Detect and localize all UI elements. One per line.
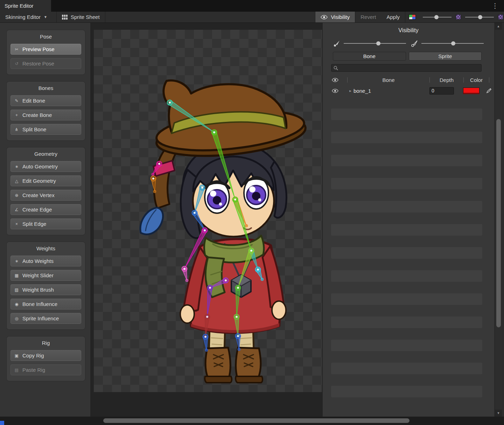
button-label: Restore Pose bbox=[22, 61, 54, 67]
bone-opacity-slider[interactable] bbox=[333, 40, 406, 47]
button-label: Paste Rig bbox=[22, 367, 45, 373]
foldout-triangle-icon[interactable]: ▸ bbox=[347, 89, 354, 93]
button-label: Auto Weights bbox=[22, 258, 54, 264]
weight-slider-button[interactable]: ▦Weight Slider bbox=[10, 270, 81, 281]
panel-title: Rig bbox=[10, 340, 81, 346]
bone-visible-eye-icon[interactable] bbox=[332, 89, 338, 93]
bone-list-empty-row bbox=[331, 363, 482, 374]
copy-rig-button[interactable]: ▣Copy Rig bbox=[10, 350, 81, 361]
split-edge-button[interactable]: ×Split Edge bbox=[10, 218, 81, 229]
vertical-scrollbar[interactable]: ▲ ▼ bbox=[495, 23, 502, 417]
tab-sprite[interactable]: Sprite bbox=[409, 52, 482, 61]
bone-name: bone_1 bbox=[354, 88, 425, 94]
bone-list-empty-row bbox=[331, 224, 482, 236]
sprite-bone-icon bbox=[411, 40, 418, 47]
bone-list-empty-row bbox=[331, 143, 482, 155]
search-input[interactable] bbox=[340, 65, 479, 71]
bone-gizmo[interactable] bbox=[182, 266, 189, 282]
button-label: Edit Bone bbox=[22, 98, 45, 104]
bone-gizmo[interactable] bbox=[193, 185, 205, 215]
bone-table-row[interactable]: ▸ bone_1 bbox=[323, 85, 494, 96]
create-vertex-icon: ⊕ bbox=[14, 193, 20, 198]
auto-geometry-button[interactable]: ∗Auto Geometry bbox=[10, 161, 81, 172]
edit-bone-icon: ✎ bbox=[14, 98, 20, 103]
bone-gizmo[interactable] bbox=[212, 130, 237, 201]
panel-weights: Weights∗Auto Weights▦Weight Slider▧Weigh… bbox=[6, 242, 85, 330]
bone-list-empty-row bbox=[331, 270, 482, 282]
panel-title: Pose bbox=[10, 34, 81, 40]
chevron-down-icon: ▼ bbox=[44, 15, 47, 19]
alpha-slider-knob[interactable] bbox=[434, 15, 439, 19]
sprite-opacity-slider[interactable] bbox=[411, 40, 484, 47]
zoom-slider-knob[interactable] bbox=[478, 15, 482, 19]
depth-input[interactable] bbox=[429, 87, 454, 95]
bone-gizmo[interactable] bbox=[167, 100, 216, 134]
weight-brush-button[interactable]: ▧Weight Brush bbox=[10, 284, 81, 295]
bone-list-empty-row bbox=[331, 397, 482, 406]
bone-gizmo[interactable] bbox=[237, 248, 254, 290]
horizontal-scrollbar-thumb[interactable] bbox=[103, 418, 410, 423]
visibility-toggle-button[interactable]: Visibility bbox=[315, 12, 355, 22]
sprite-influence-button[interactable]: ◎Sprite Influence bbox=[10, 313, 81, 324]
tab-bone[interactable]: Bone bbox=[333, 52, 406, 61]
canvas-region bbox=[90, 23, 322, 417]
auto-weights-button[interactable]: ∗Auto Weights bbox=[10, 256, 81, 266]
revert-button[interactable]: Revert bbox=[355, 12, 381, 22]
bone-list-empty-row bbox=[331, 351, 482, 363]
edit-geometry-button[interactable]: △Edit Geometry bbox=[10, 175, 81, 186]
color-channels-icon[interactable] bbox=[409, 14, 416, 20]
search-icon bbox=[334, 66, 338, 70]
preview-pose-button[interactable]: ✂Preview Pose bbox=[10, 44, 81, 55]
bone-list-empty-row bbox=[331, 178, 482, 189]
bone-gizmo[interactable] bbox=[203, 334, 208, 352]
bone-list-empty-row bbox=[331, 155, 482, 166]
skinning-editor-dropdown[interactable]: Skinning Editor ▼ bbox=[0, 12, 57, 22]
restore-pose-button[interactable]: ↺Restore Pose bbox=[10, 58, 81, 69]
bone-gizmo[interactable] bbox=[235, 285, 241, 319]
horizontal-scrollbar[interactable] bbox=[0, 417, 504, 425]
column-depth: Depth bbox=[430, 77, 463, 83]
sprite-canvas[interactable] bbox=[94, 30, 322, 392]
bone-gizmo[interactable] bbox=[255, 267, 264, 281]
apply-button[interactable]: Apply bbox=[381, 12, 405, 22]
bone-gizmo[interactable] bbox=[152, 161, 162, 176]
auto-weights-icon: ∗ bbox=[14, 259, 20, 264]
sprite-opacity-knob[interactable] bbox=[451, 41, 455, 46]
bone-list-empty-row bbox=[331, 293, 482, 305]
button-label: Bone Influence bbox=[22, 301, 57, 307]
bone-gizmo[interactable] bbox=[151, 176, 156, 193]
sprite-editor-window: Sprite Editor ⋮ Skinning Editor ▼ Sprite… bbox=[0, 0, 504, 425]
vertical-scrollbar-thumb[interactable] bbox=[496, 119, 501, 327]
toolbar-spacer bbox=[105, 12, 315, 22]
copy-rig-icon: ▣ bbox=[14, 353, 20, 358]
visibility-label: Visibility bbox=[331, 14, 350, 20]
bone-gizmo[interactable] bbox=[206, 285, 213, 319]
bone-influence-button[interactable]: ◉Bone Influence bbox=[10, 299, 81, 309]
tab-sprite-editor[interactable]: Sprite Editor bbox=[0, 0, 51, 12]
edit-bone-button[interactable]: ✎Edit Bone bbox=[10, 95, 81, 106]
button-label: Split Edge bbox=[22, 221, 46, 227]
eyedropper-icon[interactable] bbox=[486, 88, 492, 93]
scroll-up-arrow[interactable]: ▲ bbox=[495, 23, 502, 30]
bone-gizmo[interactable] bbox=[183, 228, 208, 271]
zoom-slider[interactable] bbox=[465, 17, 494, 18]
paste-rig-icon: ▤ bbox=[14, 368, 20, 372]
panel-bones: Bones✎Edit Bone+Create Bone⋔Split Bone bbox=[6, 81, 85, 141]
bone-color-swatch[interactable] bbox=[463, 88, 479, 94]
bone-gizmo[interactable] bbox=[236, 334, 241, 351]
scroll-down-arrow[interactable]: ▼ bbox=[495, 410, 502, 417]
split-bone-button[interactable]: ⋔Split Bone bbox=[10, 124, 81, 135]
create-vertex-button[interactable]: ⊕Create Vertex bbox=[10, 190, 81, 201]
create-edge-button[interactable]: ∠Create Edge bbox=[10, 204, 81, 215]
bone-list-empty-row bbox=[331, 166, 482, 178]
button-label: Weight Slider bbox=[22, 272, 54, 278]
auto-geometry-icon: ∗ bbox=[14, 164, 20, 169]
alpha-slider[interactable] bbox=[423, 17, 451, 18]
bone-gizmo[interactable] bbox=[233, 197, 253, 252]
kebab-menu-icon[interactable]: ⋮ bbox=[492, 2, 498, 10]
bone-opacity-knob[interactable] bbox=[376, 41, 380, 46]
paste-rig-button[interactable]: ▤Paste Rig bbox=[10, 364, 81, 375]
bone-search-field[interactable] bbox=[331, 64, 482, 72]
sprite-sheet-button[interactable]: Sprite Sheet bbox=[57, 12, 105, 22]
create-bone-button[interactable]: +Create Bone bbox=[10, 110, 81, 120]
